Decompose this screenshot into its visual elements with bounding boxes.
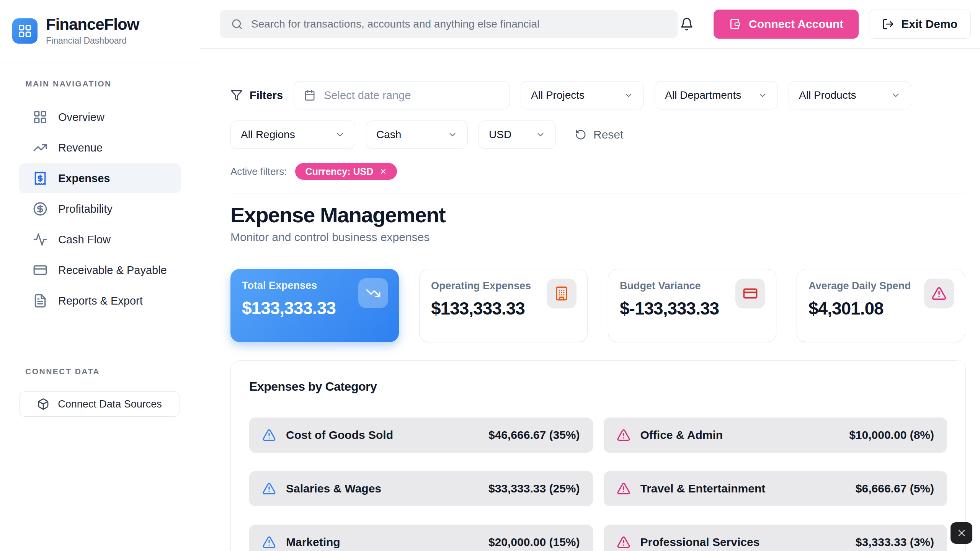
close-button[interactable] xyxy=(951,522,972,544)
sidebar-item-receivable-payable[interactable]: Receivable & Payable xyxy=(19,255,181,285)
sidebar-item-label: Profitability xyxy=(58,203,113,215)
sidebar-item-label: Receivable & Payable xyxy=(58,264,167,277)
sidebar-item-revenue[interactable]: Revenue xyxy=(19,133,181,163)
connect-section-label: CONNECT DATA xyxy=(25,367,200,376)
category-amount: $10,000.00 (8%) xyxy=(849,429,934,442)
search-bar[interactable] xyxy=(220,10,678,38)
category-name: Cost of Goods Sold xyxy=(286,429,393,442)
log-out-icon xyxy=(882,18,894,30)
alert-triangle-icon xyxy=(262,482,276,496)
layout-grid-icon xyxy=(33,110,47,124)
category-row[interactable]: Salaries & Wages $33,333.33 (25%) xyxy=(249,471,593,506)
page-subtitle: Monitor and control business expenses xyxy=(230,231,966,244)
stat-card-average-daily-spend[interactable]: Average Daily Spend $4,301.08 xyxy=(797,269,965,342)
category-row[interactable]: Cost of Goods Sold $46,666.67 (35%) xyxy=(249,417,593,453)
currency-dropdown[interactable]: USD xyxy=(479,121,556,149)
app-subtitle: Financial Dashboard xyxy=(46,36,139,46)
page-title: Expense Management xyxy=(230,203,966,227)
category-amount: $33,333.33 (25%) xyxy=(488,482,580,495)
sidebar-item-label: Cash Flow xyxy=(58,233,111,246)
stat-cards: Total Expenses $133,333.33 Operating Exp… xyxy=(230,269,966,342)
main-content: Filters Select date range All Projects A… xyxy=(200,49,980,551)
calendar-icon xyxy=(304,90,315,101)
app-root: FinanceFlow Financial Dashboard MAIN NAV… xyxy=(0,0,980,551)
category-name: Travel & Entertainment xyxy=(640,482,766,495)
category-row[interactable]: Travel & Entertainment $6,666.67 (5%) xyxy=(604,471,947,506)
x-icon[interactable] xyxy=(379,168,387,175)
payment-method-dropdown[interactable]: Cash xyxy=(366,121,468,149)
connect-account-button[interactable]: Connect Account xyxy=(714,10,859,39)
category-row[interactable]: Office & Admin $10,000.00 (8%) xyxy=(604,417,947,453)
funnel-icon xyxy=(230,89,243,101)
file-text-icon xyxy=(33,293,47,308)
sidebar: FinanceFlow Financial Dashboard MAIN NAV… xyxy=(0,0,200,551)
reset-label: Reset xyxy=(593,128,623,141)
filter-chip-currency[interactable]: Currency: USD xyxy=(295,163,397,180)
exit-demo-label: Exit Demo xyxy=(901,18,957,31)
activity-icon xyxy=(33,232,47,247)
sidebar-item-label: Reports & Export xyxy=(58,295,143,307)
expenses-by-category-card: Expenses by Category Cost of Goods Sold … xyxy=(230,360,966,551)
alert-triangle-icon xyxy=(617,482,630,496)
regions-dropdown[interactable]: All Regions xyxy=(230,121,355,149)
connect-account-label: Connect Account xyxy=(749,18,843,31)
sidebar-item-reports-export[interactable]: Reports & Export xyxy=(19,286,181,316)
section-divider xyxy=(230,194,966,194)
filters-row-2: All Regions Cash USD Reset xyxy=(230,121,966,149)
sidebar-item-profitability[interactable]: Profitability xyxy=(19,194,181,224)
chevron-down-icon xyxy=(891,90,901,100)
x-icon xyxy=(956,528,967,538)
bell-icon[interactable] xyxy=(680,17,694,31)
connect-button-label: Connect Data Sources xyxy=(58,398,162,410)
trending-up-icon xyxy=(33,140,47,155)
app-title: FinanceFlow xyxy=(46,16,139,33)
stat-card-operating-expenses[interactable]: Operating Expenses $133,333.33 xyxy=(419,269,588,342)
sidebar-item-overview[interactable]: Overview xyxy=(19,102,181,132)
package-icon xyxy=(37,398,49,410)
stat-card-budget-variance[interactable]: Budget Variance $-133,333.33 xyxy=(608,269,776,342)
date-range-picker[interactable]: Select date range xyxy=(294,81,510,109)
sidebar-item-expenses[interactable]: Expenses xyxy=(19,163,181,193)
wallet-icon xyxy=(729,18,741,30)
alert-triangle-icon xyxy=(262,428,276,442)
receipt-icon xyxy=(33,171,47,186)
building-icon xyxy=(547,279,577,308)
sidebar-item-label: Expenses xyxy=(58,172,110,185)
chevron-down-icon xyxy=(536,130,546,140)
sidebar-item-cash-flow[interactable]: Cash Flow xyxy=(19,225,181,254)
active-filters-label: Active filters: xyxy=(230,166,287,178)
alert-triangle-icon xyxy=(262,535,276,549)
exit-demo-button[interactable]: Exit Demo xyxy=(869,10,971,39)
stat-card-total-expenses[interactable]: Total Expenses $133,333.33 xyxy=(230,269,399,342)
products-dropdown[interactable]: All Products xyxy=(789,81,911,109)
category-amount: $3,333.33 (3%) xyxy=(856,536,934,549)
alert-triangle-icon xyxy=(924,279,954,308)
category-grid: Cost of Goods Sold $46,666.67 (35%) Offi… xyxy=(249,417,947,551)
chip-label: Currency: USD xyxy=(305,166,373,177)
nav-section-label: MAIN NAVIGATION xyxy=(25,79,200,88)
category-name: Marketing xyxy=(286,536,340,549)
sidebar-item-label: Overview xyxy=(58,111,105,124)
layout-dashboard-icon xyxy=(12,18,38,44)
category-section-title: Expenses by Category xyxy=(249,379,947,394)
category-row[interactable]: Professional Services $3,333.33 (3%) xyxy=(604,525,947,551)
projects-dropdown[interactable]: All Projects xyxy=(521,81,644,109)
reset-filters-button[interactable]: Reset xyxy=(575,128,623,141)
category-amount: $46,666.67 (35%) xyxy=(488,429,580,442)
search-icon xyxy=(231,18,243,30)
credit-card-icon xyxy=(33,263,47,277)
connect-data-sources-button[interactable]: Connect Data Sources xyxy=(19,391,180,417)
search-input[interactable] xyxy=(251,18,666,30)
departments-dropdown[interactable]: All Departments xyxy=(655,81,778,109)
alert-triangle-icon xyxy=(617,428,630,442)
chevron-down-icon xyxy=(624,90,634,100)
filters-title: Filters xyxy=(230,89,283,102)
category-name: Salaries & Wages xyxy=(286,482,381,495)
rotate-ccw-icon xyxy=(575,129,586,140)
trending-down-icon xyxy=(358,278,388,308)
chevron-down-icon xyxy=(448,130,457,140)
category-row[interactable]: Marketing $20,000.00 (15%) xyxy=(249,525,593,551)
alert-triangle-icon xyxy=(617,535,630,549)
sidebar-item-label: Revenue xyxy=(58,142,103,154)
chevron-down-icon xyxy=(758,90,768,100)
